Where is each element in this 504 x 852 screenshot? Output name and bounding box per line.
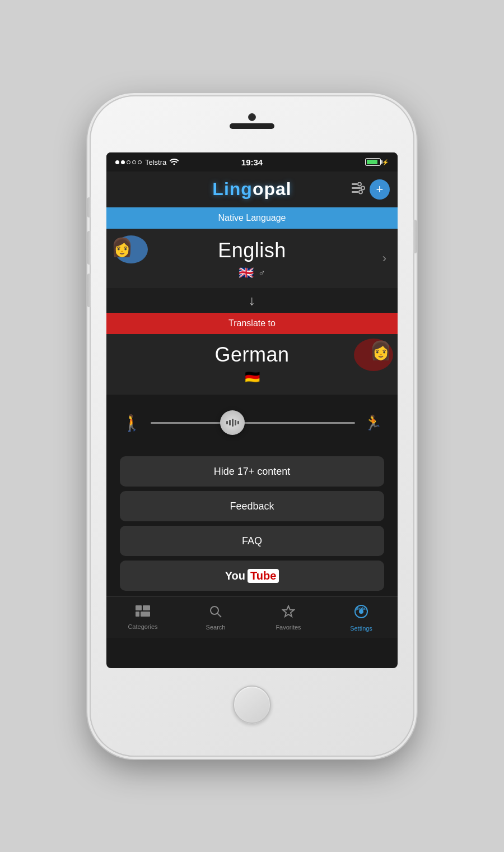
- search-icon: [209, 605, 222, 622]
- speed-slider-thumb[interactable]: [220, 410, 245, 435]
- signal-dot-1: [115, 160, 119, 164]
- tab-settings[interactable]: ¡hola! Settings: [325, 597, 398, 638]
- logo-ling: Ling: [212, 179, 253, 199]
- favorites-label: Favorites: [276, 624, 301, 631]
- language-from-flags: 🇬🇧 ♂: [239, 266, 266, 280]
- logo-pal: pal: [264, 179, 291, 199]
- signal-dot-2: [121, 160, 125, 164]
- app-logo: Lingopal: [212, 179, 291, 200]
- tab-bar: Categories Search Favorites: [106, 596, 398, 638]
- filter-icon-btn[interactable]: [352, 182, 366, 197]
- signal-dot-3: [127, 160, 130, 164]
- youtube-logo: You Tube: [225, 569, 279, 583]
- logo-o: o: [253, 179, 264, 199]
- tab-search[interactable]: Search: [179, 597, 252, 638]
- translate-to-label: Translate to: [228, 318, 276, 328]
- svg-rect-1: [352, 187, 361, 189]
- svg-point-4: [361, 186, 365, 189]
- run-speed-icon: 🏃: [364, 414, 382, 432]
- language-to-flags: 🇩🇪: [245, 370, 260, 385]
- svg-point-5: [359, 190, 362, 193]
- svg-point-10: [211, 606, 218, 614]
- phone-shell: Telstra 19:34 ⚡ Lingopal: [90, 95, 414, 757]
- tab-favorites[interactable]: Favorites: [252, 597, 325, 638]
- speed-slider-track[interactable]: [151, 422, 355, 424]
- character-left-icon: 👩: [111, 237, 133, 258]
- battery-fill: [367, 160, 377, 164]
- svg-rect-6: [136, 605, 142, 610]
- hide-content-label: Hide 17+ content: [214, 466, 291, 478]
- svg-marker-12: [283, 606, 294, 617]
- front-camera: [248, 113, 256, 121]
- flag-uk-icon: 🇬🇧: [239, 266, 254, 280]
- search-label: Search: [206, 624, 226, 631]
- youtube-tube: Tube: [248, 569, 279, 583]
- plus-icon: +: [376, 183, 384, 196]
- english-section[interactable]: 👩 English 🇬🇧 ♂ ›: [106, 229, 398, 288]
- home-button[interactable]: [233, 686, 271, 724]
- categories-icon: [136, 605, 150, 621]
- walk-speed-icon: 🚶: [122, 414, 142, 432]
- header-icons: +: [352, 179, 390, 200]
- flag-de-icon: 🇩🇪: [245, 370, 260, 385]
- svg-rect-7: [143, 605, 150, 610]
- youtube-text: You: [225, 569, 245, 582]
- battery-icon: [365, 158, 381, 166]
- native-language-bar[interactable]: Native Language: [106, 207, 398, 229]
- signal-strength: [115, 160, 142, 164]
- volume-up-button[interactable]: [87, 231, 91, 265]
- svg-text:¡hola!: ¡hola!: [356, 606, 366, 610]
- menu-section: Hide 17+ content Feedback FAQ You Tube: [106, 451, 398, 596]
- phone-screen: Telstra 19:34 ⚡ Lingopal: [106, 152, 398, 668]
- waveform-icon: [226, 418, 239, 428]
- add-button[interactable]: +: [370, 179, 390, 200]
- power-button[interactable]: [413, 220, 417, 253]
- feedback-label: Feedback: [230, 501, 274, 512]
- hide-content-button[interactable]: Hide 17+ content: [120, 456, 384, 487]
- character-right-icon: 👩: [370, 340, 392, 361]
- mute-button[interactable]: [87, 197, 91, 217]
- tab-categories[interactable]: Categories: [106, 597, 179, 638]
- language-from-name: English: [218, 239, 286, 262]
- phone-bottom: [91, 668, 413, 741]
- svg-rect-8: [136, 612, 139, 617]
- faq-button[interactable]: FAQ: [120, 526, 384, 556]
- phone-top: [91, 96, 413, 152]
- speed-slider-section: 🚶 🏃: [106, 395, 398, 451]
- favorites-icon: [282, 605, 295, 622]
- speaker-grille: [230, 123, 274, 129]
- settings-label: Settings: [350, 625, 372, 632]
- faq-label: FAQ: [242, 535, 262, 547]
- arrow-down-section: ↓: [106, 288, 398, 313]
- battery-indicator: ⚡: [365, 158, 389, 166]
- svg-rect-9: [141, 612, 150, 617]
- signal-dot-4: [132, 160, 136, 164]
- language-to-name: German: [214, 343, 289, 367]
- charging-bolt-icon: ⚡: [382, 159, 389, 165]
- carrier-name: Telstra: [145, 158, 166, 166]
- native-language-label: Native Language: [218, 213, 286, 223]
- svg-rect-2: [352, 191, 358, 193]
- chevron-right-icon: ›: [382, 251, 386, 266]
- arrow-down-icon: ↓: [249, 293, 255, 308]
- status-bar: Telstra 19:34 ⚡: [106, 152, 398, 172]
- status-right: ⚡: [365, 158, 389, 166]
- app-header: Lingopal +: [106, 172, 398, 207]
- wifi-icon: [170, 158, 179, 166]
- german-section[interactable]: German 🇩🇪 👩: [106, 334, 398, 395]
- categories-label: Categories: [128, 623, 157, 630]
- svg-point-3: [358, 182, 361, 186]
- translate-to-bar[interactable]: Translate to: [106, 313, 398, 334]
- svg-rect-0: [352, 183, 357, 185]
- youtube-button[interactable]: You Tube: [120, 561, 384, 591]
- feedback-button[interactable]: Feedback: [120, 491, 384, 521]
- svg-line-11: [217, 613, 221, 617]
- status-left: Telstra: [115, 158, 179, 166]
- settings-icon: ¡hola!: [353, 604, 369, 623]
- volume-down-button[interactable]: [87, 274, 91, 307]
- gender-icon: ♂: [258, 267, 266, 279]
- signal-dot-5: [138, 160, 142, 164]
- status-time: 19:34: [241, 158, 263, 167]
